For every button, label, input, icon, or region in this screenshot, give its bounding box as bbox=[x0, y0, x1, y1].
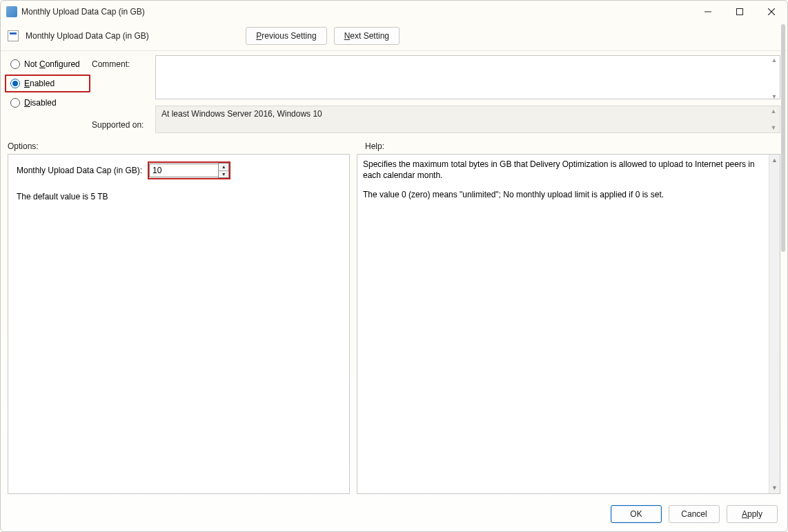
highlight-enabled: Enabled bbox=[5, 75, 90, 92]
scroll-up-icon: ▲ bbox=[769, 155, 780, 166]
comment-label: Comment: bbox=[92, 59, 154, 66]
supported-on-box: At least Windows Server 2016, Windows 10… bbox=[155, 106, 780, 133]
highlight-cap-input: ▲ ▼ bbox=[148, 161, 230, 179]
help-scrollbar[interactable]: ▲ ▼ bbox=[769, 155, 780, 493]
scroll-down-icon: ▼ bbox=[768, 124, 779, 132]
next-setting-button[interactable]: Next Setting bbox=[334, 27, 400, 45]
app-icon bbox=[6, 6, 17, 17]
titlebar: Monthly Upload Data Cap (in GB) bbox=[1, 1, 787, 23]
cap-label: Monthly Upload Data Cap (in GB): bbox=[17, 166, 142, 175]
previous-setting-button[interactable]: Previous Setting bbox=[246, 27, 326, 45]
apply-button[interactable]: Apply bbox=[727, 505, 778, 523]
comment-scrollbar[interactable]: ▲ ▼ bbox=[769, 56, 780, 101]
step-down-icon: ▼ bbox=[219, 171, 228, 178]
radio-label: Not Configured bbox=[24, 59, 80, 69]
radio-disabled[interactable]: Disabled bbox=[8, 97, 90, 109]
supported-on-text: At least Windows Server 2016, Windows 10 bbox=[161, 109, 322, 119]
policy-icon bbox=[8, 30, 19, 41]
svg-rect-1 bbox=[737, 9, 743, 15]
supported-scrollbar[interactable]: ▲ ▼ bbox=[768, 107, 779, 132]
scroll-up-icon: ▲ bbox=[769, 56, 780, 64]
window-scrollbar[interactable] bbox=[780, 24, 787, 266]
radio-label: Enabled bbox=[24, 79, 55, 88]
policy-title: Monthly Upload Data Cap (in GB) bbox=[26, 31, 149, 41]
toolbar: Monthly Upload Data Cap (in GB) Previous… bbox=[1, 23, 787, 50]
radio-enabled[interactable]: Enabled bbox=[8, 77, 71, 90]
window-title: Monthly Upload Data Cap (in GB) bbox=[21, 7, 145, 17]
help-paragraph: Specifies the maximum total bytes in GB … bbox=[363, 159, 766, 181]
help-pane: Specifies the maximum total bytes in GB … bbox=[357, 154, 780, 494]
supported-on-label: Supported on: bbox=[92, 120, 154, 130]
ok-button[interactable]: OK bbox=[611, 505, 662, 523]
minimize-button[interactable] bbox=[692, 1, 724, 22]
radio-not-configured[interactable]: Not Configured bbox=[8, 58, 90, 70]
cancel-button[interactable]: Cancel bbox=[669, 505, 720, 523]
help-header: Help: bbox=[353, 141, 780, 151]
cap-input[interactable] bbox=[149, 164, 218, 177]
scroll-up-icon: ▲ bbox=[768, 107, 779, 115]
comment-input[interactable] bbox=[155, 55, 780, 99]
default-note: The default value is 5 TB bbox=[17, 192, 341, 201]
radio-label: Disabled bbox=[24, 98, 57, 108]
options-pane: Monthly Upload Data Cap (in GB): ▲ ▼ The… bbox=[8, 154, 350, 494]
scroll-down-icon: ▼ bbox=[769, 92, 780, 101]
radio-icon bbox=[10, 59, 20, 69]
help-paragraph: The value 0 (zero) means "unlimited"; No… bbox=[363, 189, 766, 200]
radio-icon bbox=[10, 79, 20, 88]
options-header: Options: bbox=[8, 141, 353, 151]
cap-stepper[interactable]: ▲ ▼ bbox=[218, 163, 229, 178]
maximize-button[interactable] bbox=[724, 1, 756, 22]
close-button[interactable] bbox=[756, 1, 787, 22]
scroll-down-icon: ▼ bbox=[769, 482, 780, 493]
step-up-icon: ▲ bbox=[219, 164, 228, 171]
radio-icon bbox=[10, 98, 20, 108]
